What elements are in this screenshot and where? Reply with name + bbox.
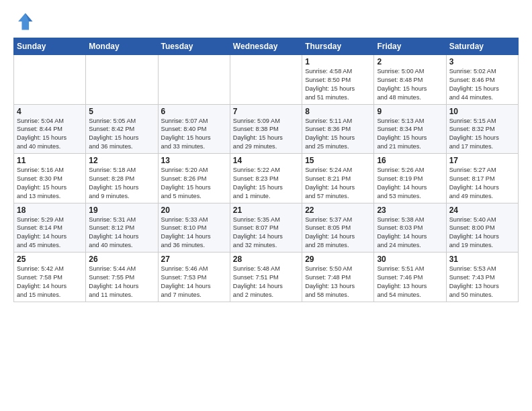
day-info: Sunrise: 5:09 AM Sunset: 8:38 PM Dayligh…	[233, 117, 299, 152]
day-number: 27	[161, 255, 227, 264]
day-number: 2	[377, 57, 443, 66]
day-number: 21	[233, 205, 299, 215]
day-info: Sunrise: 5:04 AM Sunset: 8:44 PM Dayligh…	[17, 117, 83, 152]
logo	[13, 11, 38, 32]
calendar-cell: 25Sunrise: 5:42 AM Sunset: 7:58 PM Dayli…	[14, 253, 86, 302]
calendar-cell	[158, 55, 230, 105]
calendar-cell: 26Sunrise: 5:44 AM Sunset: 7:55 PM Dayli…	[86, 253, 158, 302]
calendar-cell: 8Sunrise: 5:11 AM Sunset: 8:36 PM Daylig…	[302, 104, 374, 154]
day-info: Sunrise: 5:29 AM Sunset: 8:14 PM Dayligh…	[17, 216, 83, 250]
weekday-header: Saturday	[446, 38, 518, 55]
calendar-cell: 13Sunrise: 5:20 AM Sunset: 8:26 PM Dayli…	[158, 154, 230, 203]
day-number: 23	[377, 205, 443, 215]
day-number: 22	[305, 205, 371, 215]
day-number: 26	[89, 255, 154, 264]
day-number: 19	[89, 205, 154, 215]
day-number: 16	[377, 156, 443, 165]
day-info: Sunrise: 5:26 AM Sunset: 8:19 PM Dayligh…	[377, 166, 443, 201]
calendar-week-row: 4Sunrise: 5:04 AM Sunset: 8:44 PM Daylig…	[14, 104, 519, 154]
day-number: 18	[17, 205, 83, 215]
weekday-header: Friday	[374, 38, 446, 55]
day-info: Sunrise: 5:00 AM Sunset: 8:48 PM Dayligh…	[377, 67, 443, 102]
day-number: 25	[17, 255, 83, 264]
calendar-cell: 19Sunrise: 5:31 AM Sunset: 8:12 PM Dayli…	[86, 203, 158, 253]
calendar-cell: 24Sunrise: 5:40 AM Sunset: 8:00 PM Dayli…	[446, 203, 518, 253]
day-info: Sunrise: 5:37 AM Sunset: 8:05 PM Dayligh…	[305, 216, 371, 250]
calendar-cell: 12Sunrise: 5:18 AM Sunset: 8:28 PM Dayli…	[86, 154, 158, 203]
day-info: Sunrise: 5:38 AM Sunset: 8:03 PM Dayligh…	[377, 216, 443, 250]
calendar-cell: 5Sunrise: 5:05 AM Sunset: 8:42 PM Daylig…	[86, 104, 158, 154]
weekday-header: Monday	[86, 38, 158, 55]
calendar-cell: 22Sunrise: 5:37 AM Sunset: 8:05 PM Dayli…	[302, 203, 374, 253]
calendar-cell: 1Sunrise: 4:58 AM Sunset: 8:50 PM Daylig…	[302, 55, 374, 105]
calendar-cell: 3Sunrise: 5:02 AM Sunset: 8:46 PM Daylig…	[446, 55, 518, 105]
calendar-cell: 14Sunrise: 5:22 AM Sunset: 8:23 PM Dayli…	[230, 154, 302, 203]
calendar-cell: 28Sunrise: 5:48 AM Sunset: 7:51 PM Dayli…	[230, 253, 302, 302]
day-info: Sunrise: 5:07 AM Sunset: 8:40 PM Dayligh…	[161, 117, 227, 152]
calendar-cell: 30Sunrise: 5:51 AM Sunset: 7:46 PM Dayli…	[374, 253, 446, 302]
day-number: 28	[233, 255, 299, 264]
day-info: Sunrise: 5:15 AM Sunset: 8:32 PM Dayligh…	[449, 117, 515, 152]
calendar-cell	[14, 55, 86, 105]
day-info: Sunrise: 5:13 AM Sunset: 8:34 PM Dayligh…	[377, 117, 443, 152]
day-info: Sunrise: 5:31 AM Sunset: 8:12 PM Dayligh…	[89, 216, 154, 250]
calendar-week-row: 1Sunrise: 4:58 AM Sunset: 8:50 PM Daylig…	[14, 55, 519, 105]
day-info: Sunrise: 5:16 AM Sunset: 8:30 PM Dayligh…	[17, 166, 83, 201]
weekday-header: Wednesday	[230, 38, 302, 55]
day-number: 8	[305, 107, 371, 116]
day-number: 5	[89, 107, 154, 116]
calendar-cell: 11Sunrise: 5:16 AM Sunset: 8:30 PM Dayli…	[14, 154, 86, 203]
day-info: Sunrise: 5:46 AM Sunset: 7:53 PM Dayligh…	[161, 265, 227, 300]
calendar-week-row: 11Sunrise: 5:16 AM Sunset: 8:30 PM Dayli…	[14, 154, 519, 203]
calendar-cell: 6Sunrise: 5:07 AM Sunset: 8:40 PM Daylig…	[158, 104, 230, 154]
day-number: 11	[17, 156, 83, 165]
day-number: 14	[233, 156, 299, 165]
day-number: 24	[449, 205, 515, 215]
calendar-cell: 7Sunrise: 5:09 AM Sunset: 8:38 PM Daylig…	[230, 104, 302, 154]
calendar-cell	[86, 55, 158, 105]
day-info: Sunrise: 5:11 AM Sunset: 8:36 PM Dayligh…	[305, 117, 371, 152]
calendar-cell: 10Sunrise: 5:15 AM Sunset: 8:32 PM Dayli…	[446, 104, 518, 154]
page: SundayMondayTuesdayWednesdayThursdayFrid…	[0, 0, 532, 411]
calendar-header-row: SundayMondayTuesdayWednesdayThursdayFrid…	[14, 38, 519, 55]
day-number: 17	[449, 156, 515, 165]
day-info: Sunrise: 5:24 AM Sunset: 8:21 PM Dayligh…	[305, 166, 371, 201]
day-info: Sunrise: 5:18 AM Sunset: 8:28 PM Dayligh…	[89, 166, 154, 201]
calendar-cell: 4Sunrise: 5:04 AM Sunset: 8:44 PM Daylig…	[14, 104, 86, 154]
day-number: 12	[89, 156, 154, 165]
calendar-cell: 21Sunrise: 5:35 AM Sunset: 8:07 PM Dayli…	[230, 203, 302, 253]
day-number: 10	[449, 107, 515, 116]
calendar-cell: 18Sunrise: 5:29 AM Sunset: 8:14 PM Dayli…	[14, 203, 86, 253]
day-number: 9	[377, 107, 443, 116]
weekday-header: Tuesday	[158, 38, 230, 55]
calendar-cell: 31Sunrise: 5:53 AM Sunset: 7:43 PM Dayli…	[446, 253, 518, 302]
day-number: 3	[449, 57, 515, 66]
weekday-header: Sunday	[14, 38, 86, 55]
day-info: Sunrise: 5:20 AM Sunset: 8:26 PM Dayligh…	[161, 166, 227, 201]
day-number: 13	[161, 156, 227, 165]
day-number: 29	[305, 255, 371, 264]
calendar-cell: 20Sunrise: 5:33 AM Sunset: 8:10 PM Dayli…	[158, 203, 230, 253]
calendar: SundayMondayTuesdayWednesdayThursdayFrid…	[13, 38, 519, 302]
day-info: Sunrise: 4:58 AM Sunset: 8:50 PM Dayligh…	[305, 67, 371, 102]
calendar-cell: 2Sunrise: 5:00 AM Sunset: 8:48 PM Daylig…	[374, 55, 446, 105]
calendar-cell: 15Sunrise: 5:24 AM Sunset: 8:21 PM Dayli…	[302, 154, 374, 203]
calendar-week-row: 25Sunrise: 5:42 AM Sunset: 7:58 PM Dayli…	[14, 253, 519, 302]
calendar-cell: 17Sunrise: 5:27 AM Sunset: 8:17 PM Dayli…	[446, 154, 518, 203]
day-number: 4	[17, 107, 83, 116]
day-info: Sunrise: 5:35 AM Sunset: 8:07 PM Dayligh…	[233, 216, 299, 250]
day-info: Sunrise: 5:53 AM Sunset: 7:43 PM Dayligh…	[449, 265, 515, 300]
calendar-week-row: 18Sunrise: 5:29 AM Sunset: 8:14 PM Dayli…	[14, 203, 519, 253]
logo-icon	[13, 11, 35, 32]
day-number: 7	[233, 107, 299, 116]
calendar-cell: 9Sunrise: 5:13 AM Sunset: 8:34 PM Daylig…	[374, 104, 446, 154]
day-info: Sunrise: 5:50 AM Sunset: 7:48 PM Dayligh…	[305, 265, 371, 300]
day-info: Sunrise: 5:40 AM Sunset: 8:00 PM Dayligh…	[449, 216, 515, 250]
calendar-cell: 27Sunrise: 5:46 AM Sunset: 7:53 PM Dayli…	[158, 253, 230, 302]
day-info: Sunrise: 5:48 AM Sunset: 7:51 PM Dayligh…	[233, 265, 299, 300]
day-number: 31	[449, 255, 515, 264]
calendar-cell: 29Sunrise: 5:50 AM Sunset: 7:48 PM Dayli…	[302, 253, 374, 302]
day-info: Sunrise: 5:05 AM Sunset: 8:42 PM Dayligh…	[89, 117, 154, 152]
calendar-cell: 16Sunrise: 5:26 AM Sunset: 8:19 PM Dayli…	[374, 154, 446, 203]
calendar-cell: 23Sunrise: 5:38 AM Sunset: 8:03 PM Dayli…	[374, 203, 446, 253]
